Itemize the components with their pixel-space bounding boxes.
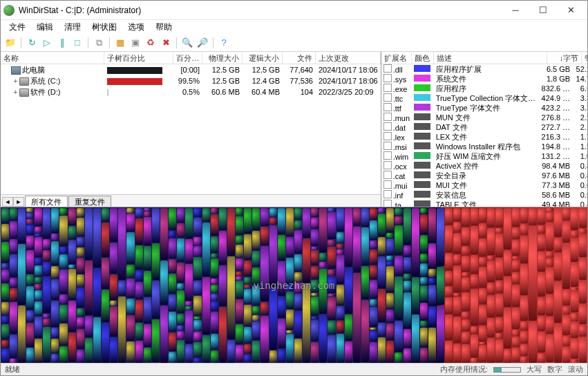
tree-body[interactable]: 此电脑[0:00]12.5 GB12.5 GB77,6402024/10/17 … xyxy=(1,64,381,194)
file-icon xyxy=(383,103,392,111)
ext-desc: DAT 文件 xyxy=(434,122,538,133)
file-icon xyxy=(383,200,392,207)
tree-row[interactable]: +软件 (D:)0.5%60.6 MB60.4 MB1042022/3/25 2… xyxy=(1,86,381,97)
zoom-out-icon[interactable]: 🔎 xyxy=(196,36,209,50)
ext-pct: 0.49 xyxy=(572,200,588,207)
col-logical[interactable]: 逻辑大小 xyxy=(243,52,283,64)
ext-pct: 52.29 xyxy=(572,65,588,73)
tab-duplicates[interactable]: 重复文件 xyxy=(68,196,111,207)
file-icon xyxy=(383,171,392,179)
col-name[interactable]: 名称 xyxy=(1,52,104,64)
tree-row[interactable]: 此电脑[0:00]12.5 GB12.5 GB77,6402024/10/17 … xyxy=(1,64,381,75)
col-size[interactable]: 物理大小 xyxy=(202,52,243,64)
ext-pct: 0.89 xyxy=(572,162,588,170)
ext-bytes: 98.4 MB xyxy=(538,162,572,170)
ext-row[interactable]: .wim好压 WIM 压缩文件131.2 …1.09 xyxy=(381,151,588,161)
col-pctb[interactable]: % 字节 xyxy=(582,52,588,64)
ext-row[interactable]: .sys系统文件1.8 GB14.79 xyxy=(381,74,588,84)
ext-pct: 3.39 xyxy=(572,104,588,112)
color-swatch xyxy=(414,104,430,111)
file-icon xyxy=(383,161,392,169)
ext-name: .ttf xyxy=(393,104,401,113)
ext-row[interactable]: .inf安装信息58.6 MB0.59 xyxy=(381,190,588,200)
ext-row[interactable]: .muiMUI 文件77.3 MB0.69 xyxy=(381,180,588,190)
color-swatch xyxy=(414,152,430,159)
stop-icon[interactable]: □ xyxy=(70,36,84,50)
ext-bytes: 131.2 … xyxy=(538,152,572,160)
tab-next-icon[interactable]: ► xyxy=(13,197,24,207)
color-swatch xyxy=(414,65,430,72)
help-icon[interactable]: ? xyxy=(217,36,231,50)
ext-pct: 0.59 xyxy=(572,191,588,199)
tree-name: 系统 (C:) xyxy=(30,77,60,85)
menu-file[interactable]: 文件 xyxy=(3,20,31,35)
treemap[interactable]: yinghezhan.com xyxy=(1,207,587,363)
col-color[interactable]: 颜色 xyxy=(412,52,434,64)
terminal-icon[interactable]: ▣ xyxy=(129,36,142,50)
col-pct2[interactable]: 百分… xyxy=(173,52,202,64)
ext-desc: ActiveX 控件 xyxy=(434,161,538,171)
col-desc[interactable]: 描述 xyxy=(434,52,547,64)
menu-options[interactable]: 选项 xyxy=(122,20,150,35)
menu-edit[interactable]: 编辑 xyxy=(31,20,59,35)
close-button[interactable]: ✕ xyxy=(557,2,585,19)
col-ext[interactable]: 扩展名 xyxy=(381,52,412,64)
ext-desc: 应用程序 xyxy=(434,84,538,94)
ext-name: .ttc xyxy=(393,95,404,103)
menubar: 文件 编辑 清理 树状图 选项 帮助 xyxy=(1,20,587,34)
titlebar: WinDirStat - C:|D: (Administrator) ─ ☐ ✕ xyxy=(1,1,587,20)
ext-row[interactable]: .ttcTrueType Collection 字体文…424.9 …3.39 xyxy=(381,93,588,103)
file-icon xyxy=(383,74,392,82)
open-icon[interactable]: 📁 xyxy=(3,36,17,50)
ext-row[interactable]: .ttfTrueType 字体文件423.2 …3.39 xyxy=(381,103,588,113)
expand-icon[interactable]: + xyxy=(12,88,19,96)
tree-pct: 0.5% xyxy=(173,88,202,96)
ext-row[interactable]: .ta…TABLE 文件49.4 MB0.49 xyxy=(381,200,588,207)
menu-help[interactable]: 帮助 xyxy=(150,20,178,35)
expand-icon[interactable] xyxy=(3,66,11,74)
ext-row[interactable]: .exe应用程序832.6 …6.59 xyxy=(381,84,588,93)
file-icon xyxy=(383,122,392,131)
tree-modified: 2024/10/17 18:06 xyxy=(316,66,381,74)
minimize-button[interactable]: ─ xyxy=(502,2,529,19)
ext-pct: 1.79 xyxy=(572,133,588,141)
refresh-icon[interactable]: ↻ xyxy=(25,36,39,50)
tab-prev-icon[interactable]: ◄ xyxy=(2,197,13,207)
pause-icon[interactable]: ‖ xyxy=(55,36,69,50)
zoom-in-icon[interactable]: 🔍 xyxy=(180,36,194,50)
color-swatch xyxy=(414,133,430,140)
ext-row[interactable]: .lexLEX 文件216.3 …1.79 xyxy=(381,132,588,142)
ext-row[interactable]: .msiWindows Installer 程序包194.8 …1.59 xyxy=(381,142,588,151)
menu-treemap[interactable]: 树状图 xyxy=(86,20,122,35)
play-icon[interactable]: ▷ xyxy=(40,36,54,50)
delete-icon[interactable]: ✖ xyxy=(159,36,173,50)
tree-logical: 60.4 MB xyxy=(243,88,283,96)
col-files[interactable]: 文件 xyxy=(283,52,316,64)
explorer-icon[interactable]: ▦ xyxy=(113,36,127,50)
tree-row[interactable]: +系统 (C:)99.5%12.5 GB12.4 GB77,5362024/10… xyxy=(1,75,381,86)
ext-body[interactable]: .dll应用程序扩展6.5 GB52.29.sys系统文件1.8 GB14.79… xyxy=(381,64,588,207)
status-mem-bar xyxy=(493,367,521,373)
ext-name: .exe xyxy=(393,85,408,93)
menu-cleanup[interactable]: 清理 xyxy=(59,20,86,35)
statusbar: 就绪 内存使用情况: 大写 数字 滚动 xyxy=(1,363,587,375)
ext-row[interactable]: .datDAT 文件272.7 …2.19 xyxy=(381,122,588,132)
expand-icon[interactable]: + xyxy=(12,77,19,85)
watermark: yinghezhan.com xyxy=(253,280,334,291)
col-bytes[interactable]: ↓字节 xyxy=(547,52,582,64)
file-icon xyxy=(383,180,392,189)
ext-row[interactable]: .cat安全目录97.6 MB0.89 xyxy=(381,171,588,180)
file-icon xyxy=(383,113,392,121)
tab-all-files[interactable]: 所有文件 xyxy=(25,196,68,207)
ext-row[interactable]: .dll应用程序扩展6.5 GB52.29 xyxy=(381,64,588,74)
copy-icon[interactable]: ⧉ xyxy=(92,36,106,50)
pct-bar xyxy=(107,78,162,85)
ext-bytes: 423.2 … xyxy=(538,104,572,112)
col-modified[interactable]: 上次更改 xyxy=(316,52,381,64)
ext-row[interactable]: .ocxActiveX 控件98.4 MB0.89 xyxy=(381,161,588,171)
ext-row[interactable]: .munMUN 文件276.8 …2.29 xyxy=(381,113,588,122)
col-pct[interactable]: 子树百分比 xyxy=(104,52,173,64)
maximize-button[interactable]: ☐ xyxy=(529,2,557,19)
ext-name: .dll xyxy=(393,66,403,74)
delete-recycle-icon[interactable]: ♻ xyxy=(144,36,158,50)
